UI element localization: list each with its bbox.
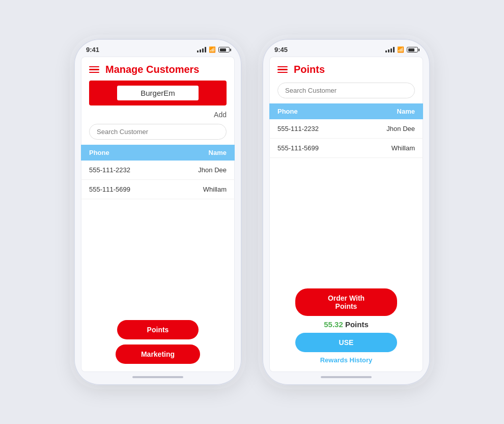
- cell-phone: 555-111-5699: [277, 144, 346, 152]
- points-display: 55.32 Points: [324, 320, 369, 329]
- table-row[interactable]: 555-111-2232 Jhon Dee: [81, 161, 235, 180]
- cell-name: Jhon Dee: [346, 125, 415, 132]
- points-button[interactable]: Points: [117, 320, 199, 339]
- right-phone: 9:45 📶 Points Phone Name 555-: [262, 39, 430, 385]
- signal-icon: [197, 47, 206, 52]
- right-app-header: Points: [269, 57, 423, 81]
- search-bar-right-wrap: [269, 81, 423, 103]
- status-icons-right: 📶: [385, 46, 418, 53]
- status-icons-left: 📶: [197, 46, 230, 53]
- status-time-left: 9:41: [86, 46, 99, 54]
- home-bar-right: [321, 376, 372, 378]
- hamburger-icon-left[interactable]: [89, 66, 99, 73]
- home-bar-left: [132, 376, 183, 378]
- col-phone-label-left: Phone: [89, 149, 158, 156]
- brand-input[interactable]: [117, 86, 199, 100]
- right-table-body: 555-111-2232 Jhon Dee 555-111-5699 Whill…: [269, 119, 423, 282]
- left-app-title: Manage Customers: [105, 64, 200, 75]
- left-table-header: Phone Name: [81, 145, 235, 161]
- table-row[interactable]: 555-111-2232 Jhon Dee: [269, 119, 423, 139]
- cell-phone: 555-111-5699: [89, 186, 158, 193]
- left-table-body: 555-111-2232 Jhon Dee 555-111-5699 Whill…: [81, 161, 235, 312]
- cell-name: Jhon Dee: [158, 166, 227, 174]
- battery-icon: [218, 47, 230, 52]
- right-table-header: Phone Name: [269, 103, 423, 119]
- brand-bar: [89, 81, 227, 105]
- points-section: Order With Points 55.32 Points USE Rewar…: [269, 282, 423, 372]
- points-number: 55.32: [324, 320, 343, 329]
- hamburger-icon-right[interactable]: [277, 66, 288, 73]
- cell-phone: 555-111-2232: [277, 125, 346, 132]
- order-with-points-button[interactable]: Order With Points: [295, 288, 397, 316]
- col-name-label-left: Name: [158, 149, 227, 156]
- action-buttons-left: Points Marketing: [81, 312, 235, 372]
- status-bar-right: 9:45 📶: [262, 39, 430, 57]
- left-app-header: Manage Customers: [81, 57, 235, 81]
- table-row[interactable]: 555-111-5699 Whillam: [81, 180, 235, 199]
- wifi-icon: 📶: [209, 46, 216, 53]
- status-time-right: 9:45: [274, 46, 288, 54]
- use-button[interactable]: USE: [295, 333, 397, 352]
- marketing-button[interactable]: Marketing: [116, 344, 200, 364]
- left-screen: Manage Customers Add Phone Name 555-111-…: [81, 57, 235, 372]
- add-label[interactable]: Add: [81, 110, 235, 122]
- table-row[interactable]: 555-111-5699 Whillam: [269, 139, 423, 158]
- search-bar-left-wrap: [81, 122, 235, 145]
- wifi-icon-right: 📶: [397, 46, 404, 53]
- points-text-label: Points: [345, 320, 369, 329]
- search-input-left[interactable]: [89, 124, 227, 140]
- col-phone-label-right: Phone: [277, 108, 346, 115]
- left-phone: 9:41 📶 Manage Customers Add Phone: [74, 39, 242, 385]
- right-screen: Points Phone Name 555-111-2232 Jhon Dee …: [269, 57, 423, 372]
- search-input-right[interactable]: [277, 83, 415, 98]
- col-name-label-right: Name: [346, 108, 415, 115]
- cell-name: Whillam: [346, 144, 415, 152]
- status-bar-left: 9:41 📶: [74, 39, 242, 57]
- signal-icon-right: [385, 47, 395, 52]
- rewards-history-link[interactable]: Rewards History: [320, 356, 373, 364]
- cell-name: Whillam: [158, 186, 227, 193]
- cell-phone: 555-111-2232: [89, 166, 158, 174]
- right-app-title: Points: [294, 64, 325, 75]
- battery-icon-right: [407, 47, 418, 52]
